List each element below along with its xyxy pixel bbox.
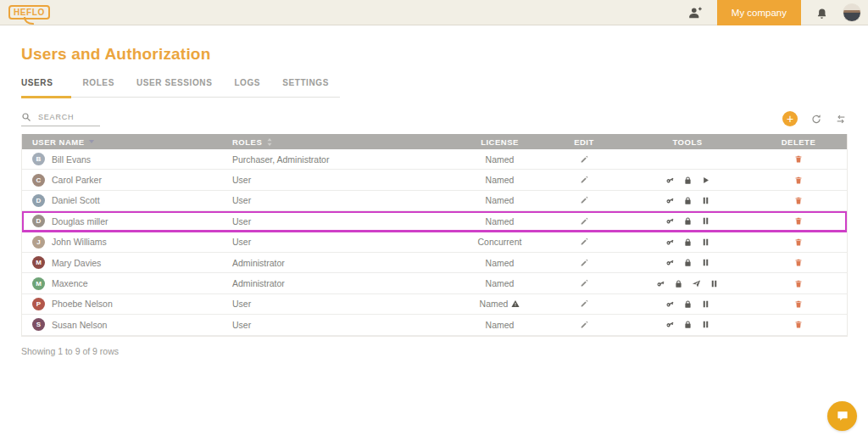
- delete-icon[interactable]: [794, 238, 803, 247]
- key-icon[interactable]: [665, 238, 675, 247]
- pause-icon[interactable]: [701, 320, 710, 329]
- table-row[interactable]: MMary DaviesAdministratorNamed: [22, 253, 847, 273]
- table-row[interactable]: DDaniel ScottUserNamed: [22, 191, 847, 211]
- user-name-cell: PPhoebe Nelson: [22, 298, 232, 310]
- delete-icon[interactable]: [794, 279, 803, 288]
- pause-icon[interactable]: [701, 238, 710, 247]
- pause-icon[interactable]: [709, 279, 719, 288]
- license-label: Named: [486, 195, 515, 205]
- user-name-cell: DDouglas miller: [22, 215, 232, 227]
- notifications-button[interactable]: [806, 7, 837, 19]
- user-name-label: Maxence: [52, 278, 88, 288]
- delete-cell: [750, 279, 847, 288]
- delete-icon[interactable]: [794, 196, 803, 205]
- pause-icon[interactable]: [701, 258, 710, 267]
- table-row[interactable]: PPhoebe NelsonUserNamed: [22, 294, 847, 315]
- key-icon[interactable]: [665, 299, 675, 309]
- user-name-label: Mary Davies: [52, 258, 101, 268]
- key-icon[interactable]: [665, 258, 675, 267]
- edit-cell: [543, 321, 625, 329]
- heflo-logo[interactable]: HEFLO: [8, 5, 50, 20]
- delete-cell: [750, 320, 847, 329]
- edit-icon[interactable]: [580, 217, 588, 226]
- user-roles-cell: Administrator: [232, 278, 456, 288]
- table-row[interactable]: JJohn WilliamsUserConcurrent: [22, 232, 847, 253]
- lock-icon[interactable]: [683, 196, 693, 205]
- chat-launcher-button[interactable]: [827, 401, 857, 431]
- key-icon[interactable]: [665, 320, 675, 329]
- tab-settings[interactable]: SETTINGS: [271, 74, 340, 97]
- search-input[interactable]: [36, 112, 96, 122]
- sort-caret-icon: [89, 140, 94, 143]
- row-avatar: P: [32, 298, 45, 310]
- edit-icon[interactable]: [580, 321, 588, 329]
- pause-icon[interactable]: [701, 216, 710, 226]
- delete-icon[interactable]: [794, 299, 803, 309]
- delete-cell: [750, 196, 847, 205]
- table-row[interactable]: MMaxenceAdministratorNamed: [22, 273, 847, 293]
- lock-icon[interactable]: [683, 258, 693, 267]
- refresh-button[interactable]: [810, 114, 822, 125]
- header-roles[interactable]: ROLES: [232, 137, 456, 147]
- add-user-button[interactable]: +: [782, 111, 798, 126]
- edit-icon[interactable]: [580, 176, 588, 184]
- table-header: USER NAME ROLES LICENSE EDIT TOOLS DELET…: [22, 134, 847, 149]
- license-cell: Named: [456, 154, 543, 165]
- table-row[interactable]: DDouglas millerUserNamed: [22, 211, 847, 232]
- delete-icon[interactable]: [794, 320, 803, 329]
- lock-icon[interactable]: [683, 320, 693, 329]
- table-summary: Showing 1 to 9 of 9 rows: [21, 346, 847, 356]
- tab-roles[interactable]: ROLES: [71, 74, 125, 97]
- delete-cell: [750, 216, 847, 226]
- send-icon[interactable]: [692, 279, 701, 288]
- lock-icon[interactable]: [683, 216, 693, 226]
- delete-icon[interactable]: [794, 258, 803, 267]
- delete-icon[interactable]: [794, 216, 803, 226]
- tab-logs[interactable]: LOGS: [223, 74, 271, 97]
- key-icon[interactable]: [665, 196, 675, 205]
- header-user-name[interactable]: USER NAME: [22, 137, 232, 147]
- search-box[interactable]: [21, 112, 100, 126]
- edit-icon[interactable]: [580, 299, 588, 308]
- lock-icon[interactable]: [683, 299, 693, 309]
- pause-icon[interactable]: [701, 299, 710, 309]
- tab-user-sessions[interactable]: USER SESSIONS: [125, 74, 224, 97]
- key-icon[interactable]: [656, 279, 665, 288]
- delete-icon[interactable]: [794, 154, 803, 164]
- lock-icon[interactable]: [683, 176, 693, 185]
- lock-icon[interactable]: [683, 238, 693, 247]
- edit-icon[interactable]: [580, 196, 588, 204]
- tab-users[interactable]: USERS: [21, 74, 71, 98]
- license-cell: Named: [456, 299, 543, 309]
- user-roles-cell: User: [232, 195, 456, 205]
- edit-icon[interactable]: [580, 238, 588, 246]
- lock-icon[interactable]: [674, 279, 683, 288]
- edit-icon[interactable]: [580, 155, 588, 164]
- edit-icon[interactable]: [580, 279, 588, 288]
- row-avatar: B: [32, 153, 45, 165]
- toggle-columns-button[interactable]: [835, 114, 847, 125]
- bell-icon: [816, 7, 827, 19]
- table-row[interactable]: BBill EvansPurchaser, AdministratorNamed: [22, 149, 847, 170]
- key-icon[interactable]: [665, 216, 675, 226]
- license-label: Named: [486, 278, 515, 288]
- delete-cell: [750, 238, 847, 247]
- my-company-button[interactable]: My company: [717, 0, 801, 25]
- delete-icon[interactable]: [794, 176, 803, 185]
- plus-icon: +: [787, 113, 793, 125]
- key-icon[interactable]: [665, 176, 675, 185]
- table-row[interactable]: CCarol ParkerUserNamed: [22, 170, 847, 190]
- header-edit: EDIT: [543, 137, 625, 147]
- user-avatar[interactable]: [843, 3, 861, 22]
- license-cell: Named: [456, 278, 543, 288]
- toggle-columns-icon: [835, 114, 847, 125]
- pause-icon[interactable]: [701, 196, 710, 205]
- delete-cell: [750, 299, 847, 309]
- edit-icon[interactable]: [580, 259, 588, 267]
- invite-user-button[interactable]: [678, 7, 712, 19]
- play-icon[interactable]: [701, 176, 710, 185]
- person-add-icon: [688, 7, 702, 19]
- table-toolbar: +: [21, 111, 847, 126]
- table-row[interactable]: SSusan NelsonUserNamed: [22, 315, 847, 335]
- user-name-label: Douglas miller: [52, 216, 108, 226]
